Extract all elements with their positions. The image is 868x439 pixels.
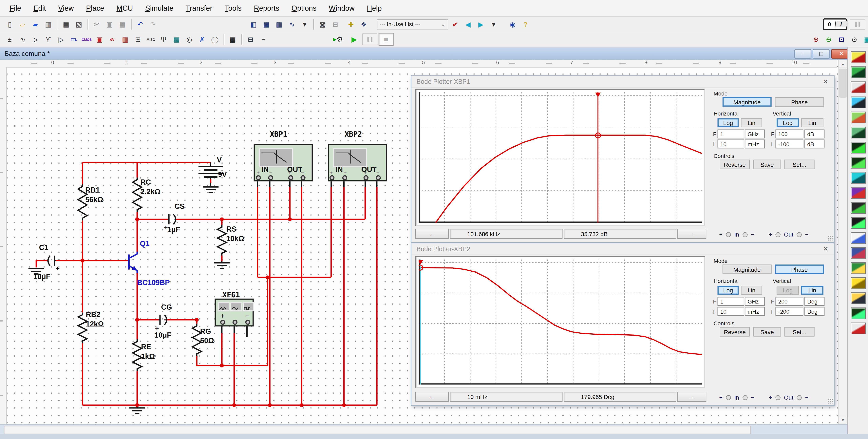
xbp1-horizontal-lin-button[interactable]: Lin [741,118,762,127]
indicator-components-button[interactable]: ▥ [119,34,131,45]
logic-analyzer-button[interactable] [850,187,865,199]
resize-grip[interactable] [827,236,833,241]
logic-converter-button[interactable] [850,172,865,184]
xbp1-v-initial-input[interactable] [775,140,803,148]
wattmeter-button[interactable] [850,81,865,93]
scroll-up-icon[interactable]: ▲ [838,60,847,68]
diode-components-button[interactable]: ▷ [30,34,41,45]
resistor-rg[interactable] [192,324,201,356]
xbp1-magnitude-button[interactable]: Magnitude [722,97,772,107]
postprocessor-button[interactable]: ▩ [317,19,328,30]
forward-annotate-button[interactable]: ▶ [475,19,487,30]
four-channel-oscilloscope-button[interactable] [850,112,865,123]
xbp2-cursor-left-button[interactable]: ← [415,392,449,402]
xbp1-phase-button[interactable]: Phase [775,97,824,107]
virtual-components-button[interactable]: ❖ [358,19,370,30]
digital-multimeter-button[interactable] [850,51,865,63]
zoom-area-button[interactable]: ⊡ [836,34,847,45]
menu-item[interactable]: Reports [248,4,285,12]
agilent-function-generator-button[interactable] [850,247,865,259]
measurement-probe-button[interactable] [850,323,865,334]
peripherals-components-button[interactable]: ▦ [170,34,182,45]
bode-plotter-xbp2-window[interactable]: Bode Plotter-XBP2 ✕ Mode Magnitude Phase… [411,243,835,406]
fullscreen-button[interactable]: ▣ [861,34,868,45]
menu-item[interactable]: Options [285,4,322,12]
minimize-button[interactable]: – [795,49,811,58]
mcu-button[interactable]: ▦ [227,34,239,45]
xbp2-h-final-input[interactable] [717,297,744,306]
resize-grip[interactable] [827,399,833,404]
resistor-rb2[interactable] [78,313,87,343]
agilent-oscilloscope-button[interactable] [850,277,865,289]
analog-components-button[interactable]: ▷ [55,34,67,45]
network-analyzer-button[interactable] [850,232,865,244]
bode-plotter-xbp2-symbol[interactable]: IN OUT + − + − [328,144,387,181]
misc-digital-components-button[interactable]: ▣ [94,34,105,45]
bus-button[interactable]: ⌐ [257,34,269,45]
spreadsheet-view-toggle[interactable]: ▦ [260,19,272,30]
rf-components-button[interactable]: Ψ [158,34,169,45]
xbp2-save-button[interactable]: Save [753,327,781,336]
word-generator-button[interactable] [850,157,865,169]
design-toolbox-toggle[interactable]: ◧ [248,19,259,30]
menu-item[interactable]: Tools [218,4,248,12]
menu-item[interactable]: File [3,4,27,12]
open-file-button[interactable]: ▱ [17,19,29,30]
distortion-analyzer-button[interactable] [850,217,865,229]
bode-plotter-xbp1-symbol[interactable]: IN OUT + − + − [254,144,313,181]
zoom-fit-button[interactable]: ⊙ [848,34,860,45]
connector-components-button[interactable]: ◯ [209,34,221,45]
capacitor-c1[interactable] [48,256,55,266]
cmos-components-button[interactable]: CMOS [81,34,92,45]
create-component-button[interactable]: ✚ [345,19,357,30]
bode-plotter-xbp1-window[interactable]: Bode Plotter-XBP1 ✕ Mode Magnitude Phase… [411,75,835,243]
find-button[interactable]: ◉ [507,19,519,30]
misc-components-button[interactable]: MISC [145,34,157,45]
xbp2-v-initial-input[interactable] [775,307,803,316]
xbp2-reverse-button[interactable]: Reverse [720,327,750,336]
menu-item[interactable]: Transfer [180,4,218,12]
menu-item[interactable]: Edit [27,4,52,12]
xbp2-v-final-input[interactable] [775,297,803,306]
menu-item[interactable]: Simulate [139,4,180,12]
xbp2-horizontal-lin-button[interactable]: Lin [741,286,762,295]
ttl-components-button[interactable]: TTL [68,34,80,45]
menu-item[interactable]: Place [80,4,111,12]
xbp2-horizontal-log-button[interactable]: Log [717,286,739,295]
copy-button[interactable]: ▣ [104,19,115,30]
xbp1-vertical-lin-button[interactable]: Lin [801,118,824,127]
ni-components-button[interactable]: ✗ [196,34,208,45]
resistor-rs[interactable] [217,225,226,256]
hierarchical-block-button[interactable]: ⊟ [245,34,256,45]
grapher-button[interactable]: ∿ [286,19,298,30]
xbp1-horizontal-log-button[interactable]: Log [717,118,739,127]
undo-button[interactable]: ↶ [134,19,146,30]
resistor-re[interactable] [133,339,142,371]
function-generator-xfg1-symbol[interactable]: + − [215,298,254,326]
pause-simulation-button[interactable] [849,19,865,30]
transistor-components-button[interactable]: ϒ [42,34,54,45]
xbp2-window-titlebar[interactable]: Bode Plotter-XBP2 ✕ [411,243,834,255]
new-file-button[interactable]: ▯ [4,19,16,30]
xbp2-cursor-right-button[interactable]: → [677,392,706,402]
annotate-dropdown[interactable]: ▾ [488,19,499,30]
horizontal-scroll-thumb[interactable] [4,426,751,434]
play-simulation-button[interactable]: ▶ [347,33,361,45]
vertical-scroll-thumb[interactable] [839,68,847,97]
pause-button[interactable] [362,33,377,45]
xbp2-set-button[interactable]: Set... [784,327,814,336]
menu-item[interactable]: Window [322,4,361,12]
xbp1-set-button[interactable]: Set... [784,160,814,169]
electromechanical-components-button[interactable]: ◎ [183,34,195,45]
tektronix-oscilloscope-button[interactable] [850,292,865,304]
basic-components-button[interactable]: ∿ [17,34,29,45]
run-interactive-simulation-button[interactable]: ▶⚙ [331,33,345,45]
restore-button[interactable]: ▢ [813,49,830,58]
xbp1-window-titlebar[interactable]: Bode Plotter-XBP1 ✕ [411,76,834,88]
resistor-rc[interactable] [133,177,142,212]
power-components-button[interactable]: ⊞ [132,34,144,45]
open-folder-button[interactable]: ▰ [30,19,41,30]
function-generator-button[interactable] [850,66,865,78]
xbp1-cursor-right-button[interactable]: → [677,229,706,239]
zoom-in-button[interactable]: ⊕ [810,34,822,45]
